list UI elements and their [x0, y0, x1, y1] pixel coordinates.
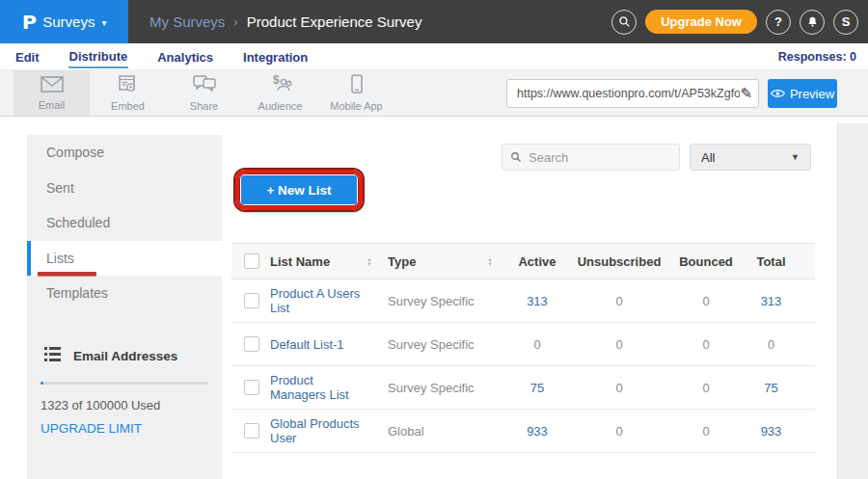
surveys-product-menu[interactable]: P Surveys ▾ [0, 0, 128, 43]
row-checkbox[interactable] [244, 336, 259, 352]
total-count[interactable]: 933 [740, 424, 802, 439]
row-checkbox[interactable] [244, 380, 259, 395]
col-list-name: List Name [270, 254, 366, 269]
edit-pencil-icon[interactable]: ✎ [740, 85, 752, 102]
sidebar-item-lists[interactable]: Lists [27, 241, 222, 277]
select-all-checkbox[interactable] [244, 253, 259, 269]
email-usage-text: 1323 of 100000 Used [41, 398, 208, 412]
content-area: Compose Sent Scheduled Lists Templates E… [0, 117, 868, 479]
channel-audience[interactable]: $ Audience [242, 70, 318, 116]
breadcrumb-my-surveys[interactable]: My Surveys [149, 13, 225, 30]
breadcrumb-survey-title: Product Experience Survey [247, 13, 422, 30]
survey-tabbar: Edit Distribute Analytics Integration Re… [0, 43, 868, 70]
list-type: Global [388, 424, 487, 439]
channel-label: Audience [258, 100, 303, 112]
notifications-bell-icon[interactable] [800, 10, 825, 35]
unsubscribed-count: 0 [566, 424, 672, 439]
embed-icon [119, 75, 138, 97]
bounced-count: 0 [672, 294, 740, 308]
product-name: Surveys [42, 13, 95, 30]
bounced-count: 0 [672, 424, 740, 439]
total-count[interactable]: 0 [740, 337, 802, 352]
search-icon [510, 151, 522, 163]
page-gutter [837, 123, 868, 479]
mobile-app-icon [351, 74, 363, 97]
annotation-highlight-ring: + New List [235, 170, 363, 210]
sidebar-item-compose[interactable]: Compose [27, 135, 222, 171]
list-name-link[interactable]: Product Managers List [270, 373, 366, 402]
row-checkbox[interactable] [244, 293, 259, 308]
list-rows-icon [44, 347, 61, 364]
filter-value: All [701, 150, 715, 165]
email-sidebar: Compose Sent Scheduled Lists Templates E… [27, 135, 222, 479]
table-header-row: List Name ▲▼ Type ▲▼ Active Unsubscribed… [231, 243, 815, 279]
tab-edit[interactable]: Edit [14, 46, 41, 67]
col-total: Total [740, 254, 802, 269]
list-type: Survey Specific [388, 294, 487, 308]
tab-integration[interactable]: Integration [242, 46, 309, 67]
share-icon [193, 75, 216, 97]
chevron-down-icon: ▼ [791, 152, 800, 162]
sidebar-item-scheduled[interactable]: Scheduled [27, 205, 222, 241]
upgrade-limit-link[interactable]: UPGRADE LIMIT [41, 421, 142, 436]
top-header: P Surveys ▾ My Surveys › Product Experie… [0, 0, 868, 43]
list-filter-dropdown[interactable]: All ▼ [690, 144, 811, 171]
sidebar-item-sent[interactable]: Sent [27, 171, 222, 206]
active-count[interactable]: 313 [508, 294, 566, 308]
channel-share[interactable]: Share [166, 70, 242, 116]
new-list-button[interactable]: + New List [241, 175, 357, 204]
row-checkbox[interactable] [244, 423, 259, 439]
lists-table: List Name ▲▼ Type ▲▼ Active Unsubscribed… [231, 243, 815, 453]
active-count[interactable]: 75 [508, 381, 566, 395]
distribute-toolbar: Email Embed Share $ Audience Mobile App … [0, 70, 868, 117]
active-count[interactable]: 0 [508, 337, 566, 352]
sidebar-item-label: Lists [46, 251, 74, 266]
breadcrumb: My Surveys › Product Experience Survey [149, 13, 421, 30]
list-type: Survey Specific [388, 381, 487, 395]
col-type: Type [388, 254, 487, 269]
survey-url-field: ✎ [506, 79, 759, 108]
total-count[interactable]: 313 [740, 294, 802, 308]
lists-main: + New List All ▼ List Name ▲▼ Type ▲▼ Ac… [231, 117, 815, 479]
col-bounced: Bounced [672, 254, 740, 269]
channel-email[interactable]: Email [14, 70, 90, 116]
eye-icon [771, 89, 785, 98]
total-count[interactable]: 75 [740, 381, 802, 395]
bounced-count: 0 [672, 381, 740, 395]
unsubscribed-count: 0 [566, 381, 672, 395]
preview-button[interactable]: Preview [768, 79, 837, 108]
list-name-link[interactable]: Product A Users List [270, 286, 366, 315]
sort-icon[interactable]: ▲▼ [487, 257, 493, 267]
toolbar-right: ✎ Preview [506, 79, 837, 108]
email-icon [41, 76, 64, 96]
tab-analytics[interactable]: Analytics [156, 46, 214, 67]
active-count[interactable]: 933 [508, 424, 566, 439]
survey-url-input[interactable] [517, 87, 740, 100]
sidebar-item-templates[interactable]: Templates [27, 276, 222, 311]
preview-label: Preview [790, 87, 834, 101]
list-name-link[interactable]: Global Products User [270, 416, 366, 445]
channel-mobile-app[interactable]: Mobile App [318, 70, 394, 116]
tab-distribute[interactable]: Distribute [68, 45, 129, 68]
user-avatar[interactable]: S [833, 10, 858, 35]
svg-text:$: $ [273, 74, 280, 87]
table-row: Product Managers List Survey Specific 75… [231, 366, 815, 410]
responses-count: Responses: 0 [778, 50, 856, 64]
channel-embed[interactable]: Embed [90, 70, 166, 116]
help-icon[interactable]: ? [766, 10, 791, 35]
channel-label: Embed [111, 100, 145, 112]
list-search-input[interactable] [529, 150, 671, 165]
table-row: Default List-1 Survey Specific 0 0 0 0 [231, 323, 815, 366]
list-name-link[interactable]: Default List-1 [270, 337, 366, 352]
search-icon[interactable] [611, 10, 637, 35]
audience-icon: $ [268, 74, 293, 97]
questionpro-logo: P [21, 11, 36, 34]
email-addresses-panel: Email Addresses 1323 of 100000 Used UPGR… [27, 347, 222, 437]
sort-icon[interactable]: ▲▼ [366, 257, 372, 267]
channel-label: Share [190, 100, 218, 112]
upgrade-now-button[interactable]: Upgrade Now [645, 10, 757, 34]
chevron-down-icon: ▾ [101, 17, 106, 28]
email-addresses-title: Email Addresses [73, 349, 177, 363]
channel-label: Mobile App [330, 100, 382, 112]
table-row: Product A Users List Survey Specific 313… [231, 279, 815, 323]
